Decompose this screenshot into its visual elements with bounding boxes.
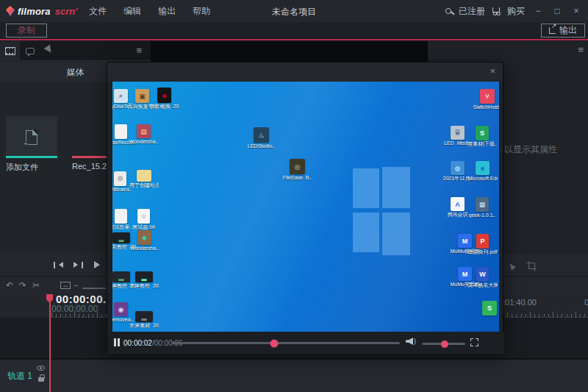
properties-menu-icon[interactable]: ≡ bbox=[578, 46, 584, 54]
track-lock-icon[interactable] bbox=[38, 377, 44, 382]
preview-modal-header[interactable]: × bbox=[107, 63, 503, 82]
accent-divider bbox=[0, 39, 588, 40]
filmora-logo-icon bbox=[6, 6, 15, 16]
previous-frame-button[interactable] bbox=[51, 259, 65, 271]
split-button[interactable]: ✂ bbox=[32, 280, 40, 291]
desktop-icon-wps: S bbox=[475, 301, 499, 316]
volume-button[interactable]: ) bbox=[406, 338, 416, 345]
fullscreen-button[interactable] bbox=[470, 338, 478, 346]
cursor-tab-icon bbox=[43, 44, 56, 57]
prev-bar bbox=[54, 262, 55, 268]
menu-edit[interactable]: 编辑 bbox=[123, 5, 141, 18]
registered-label[interactable]: 已注册 bbox=[459, 5, 485, 18]
desktop-icon-geek: ▦geek-1.0.1.. bbox=[467, 197, 497, 218]
properties-hint: 以显示其属性 bbox=[504, 143, 557, 156]
menu-bar: 文件 编辑 输出 帮助 bbox=[89, 5, 210, 18]
redo-button[interactable]: ↷ bbox=[19, 280, 26, 291]
desktop-icon-shot3: ▂录屏教程_2021.. bbox=[129, 271, 159, 288]
player-controls: 00:00:02/00:00:06 ) bbox=[107, 332, 504, 354]
desktop-icon-word: W文本换装大纲.. bbox=[468, 267, 498, 288]
preview-modal: × ⌕MyDiskTes..▣万兴恢复专家..◈录音概频_2021..WiseR… bbox=[107, 62, 503, 353]
undo-button[interactable]: ↶ bbox=[6, 280, 13, 291]
next-frame-button[interactable] bbox=[71, 259, 85, 271]
speaker-icon bbox=[406, 338, 413, 345]
volume-knob[interactable] bbox=[441, 341, 448, 348]
desktop-icon-pdf: P华尔街刊.pdf bbox=[468, 234, 498, 254]
menu-help[interactable]: 帮助 bbox=[193, 5, 210, 18]
app-logo: filmorascrn' bbox=[6, 6, 77, 17]
modal-close-icon[interactable]: × bbox=[490, 66, 495, 76]
add-file-tile[interactable]: 添加文件 bbox=[6, 116, 57, 158]
logo-accent: scrn' bbox=[55, 6, 78, 17]
desktop-icons-layer: ⌕MyDiskTes..▣万兴恢复专家..◈录音概频_2021..WiseRec… bbox=[112, 82, 499, 332]
desktop-icon-winrar: ▤Wondersha.. bbox=[129, 124, 159, 144]
video-preview[interactable]: ⌕MyDiskTes..▣万兴恢复专家..◈录音概频_2021..WiseRec… bbox=[112, 82, 499, 332]
track-1-label: 轨道 1 bbox=[7, 370, 32, 382]
desktop-icon-doc4: ≡面试题.txt bbox=[129, 209, 159, 229]
film-icon bbox=[5, 47, 15, 55]
progress-bar[interactable] bbox=[171, 342, 400, 344]
export-button-label: 输出 bbox=[559, 24, 577, 37]
desktop-icon-shot4: ▂录屏素材_2021.. bbox=[129, 311, 159, 328]
cart-icon bbox=[492, 7, 500, 13]
desktop-icon-recorder-app: ◈录音概频_2021.. bbox=[150, 88, 179, 109]
license-key-icon bbox=[445, 8, 451, 14]
speaker-wave: ) bbox=[414, 338, 416, 345]
desktop-icon-fileease: ◎FileEase_B.. bbox=[283, 159, 312, 180]
play-button[interactable] bbox=[91, 259, 104, 271]
tab-media[interactable] bbox=[0, 41, 20, 61]
logo-text: filmora bbox=[18, 6, 51, 17]
desktop-icon-filmora-box: ◆Wondersha.. bbox=[130, 230, 159, 251]
fit-icon: ↔ bbox=[60, 282, 71, 289]
title-bar: filmorascrn' 文件 编辑 输出 帮助 未命名项目 已注册 购买 − … bbox=[0, 0, 588, 22]
ruler-tick-label-partial: 0 bbox=[584, 298, 588, 307]
add-file-label: 添加文件 bbox=[6, 162, 57, 173]
timeline-zoom-slider[interactable] bbox=[82, 288, 106, 289]
ruler-tick-label: :01:40.00 bbox=[503, 298, 537, 307]
track-visibility-icon[interactable] bbox=[37, 366, 45, 371]
maximize-button[interactable]: □ bbox=[551, 6, 563, 16]
add-file-icon bbox=[26, 130, 37, 145]
next-triangle bbox=[74, 262, 81, 268]
media-tab-label: 媒体 bbox=[67, 66, 85, 79]
desktop-icon-excel: S用素材|下载.. bbox=[467, 126, 497, 146]
desktop-icon-switchhosts: ⑂SwitchHosts bbox=[473, 89, 499, 110]
select-tool-icon bbox=[506, 259, 516, 270]
speech-bubble-icon bbox=[26, 48, 35, 54]
select-tool-button[interactable] bbox=[504, 259, 517, 271]
menu-output[interactable]: 输出 bbox=[158, 5, 176, 18]
title-bar-right: 已注册 购买 − □ × bbox=[445, 0, 582, 22]
crop-icon bbox=[528, 261, 537, 269]
crop-tool-button[interactable] bbox=[525, 259, 538, 271]
add-file-box bbox=[6, 116, 57, 158]
export-button[interactable]: 输出 bbox=[541, 24, 585, 38]
desktop-icon-edge: eMicrosoft Edge bbox=[468, 161, 498, 181]
fit-timeline-button[interactable]: ↔ bbox=[60, 282, 71, 289]
buy-button[interactable]: 购买 bbox=[507, 5, 525, 18]
panel-menu-icon[interactable]: ≡ bbox=[136, 46, 142, 55]
progress-knob[interactable] bbox=[270, 339, 278, 347]
tab-cursor[interactable] bbox=[40, 41, 60, 61]
tab-annotation[interactable] bbox=[20, 41, 40, 61]
playhead-line[interactable] bbox=[49, 294, 51, 392]
pause-button[interactable] bbox=[114, 338, 120, 346]
prev-triangle bbox=[56, 262, 63, 268]
next-bar bbox=[82, 262, 83, 268]
close-button[interactable]: × bbox=[570, 6, 582, 16]
player-current-time: 00:00:02 bbox=[123, 339, 152, 347]
zoom-out-button[interactable]: − bbox=[74, 280, 79, 291]
desktop-icon-folder: 用于创建站点.. bbox=[129, 170, 159, 188]
desktop-icon-ledstudio: ♨LEDStudio.. bbox=[247, 127, 276, 149]
track-1-row[interactable]: 轨道 1 bbox=[0, 360, 588, 392]
record-button[interactable]: 录制 bbox=[6, 24, 47, 38]
menu-file[interactable]: 文件 bbox=[89, 5, 107, 18]
record-button-label: 录制 bbox=[18, 24, 35, 37]
volume-slider[interactable] bbox=[422, 343, 465, 345]
export-icon bbox=[549, 27, 556, 34]
minimize-button[interactable]: − bbox=[532, 6, 544, 16]
add-tile-underline bbox=[6, 156, 57, 158]
play-triangle bbox=[94, 261, 104, 268]
filmora-scrn-window: filmorascrn' 文件 编辑 输出 帮助 未命名项目 已注册 购买 − … bbox=[0, 0, 588, 392]
panel-tabbar: ≡ bbox=[0, 41, 151, 61]
